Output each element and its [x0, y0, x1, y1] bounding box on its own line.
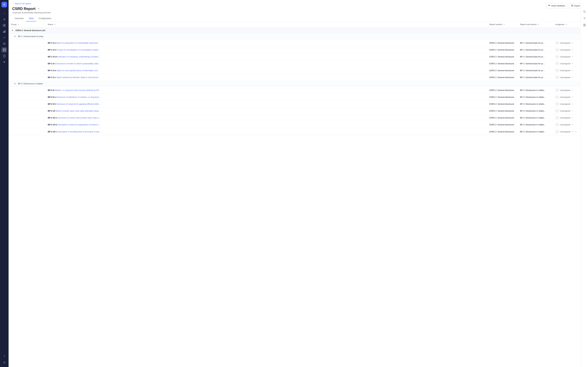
row-group-cell [8, 46, 45, 53]
row-assignee-cell: Unassigned ▾ [553, 121, 580, 128]
assignee-label: Unassigned [560, 69, 570, 72]
tabs: Overview Table Configuration [12, 16, 584, 21]
row-name-link[interactable]: Scope of consolidation of consolidated s… [58, 49, 100, 51]
row-assignee-cell: Unassigned ▾ [553, 40, 580, 46]
row-name-link[interactable]: Option allowed by Member State to omit d… [56, 76, 100, 78]
tab-table[interactable]: Table [26, 16, 36, 21]
table-row: BP-1 5 e Option allowed by Member State … [8, 74, 580, 81]
assignee-label: Unassigned [560, 110, 570, 112]
row-name-link[interactable]: Basis for preparation of sustainability … [56, 42, 98, 44]
sidebar-item-linechart[interactable] [1, 35, 7, 40]
assignee-dropdown-icon[interactable]: ▾ [572, 69, 573, 71]
app-logo[interactable]: G [1, 2, 7, 7]
col-header-section[interactable]: Report section ⇅ [487, 21, 518, 27]
assignee-dropdown-icon[interactable]: ▾ [572, 49, 573, 51]
row-name-link[interactable]: Medium- or long-term time horizons defin… [55, 89, 101, 91]
table-row: BP-1 5 c Disclosure of extent to which s… [8, 60, 580, 67]
row-section-cell: ESRS 2: General disclosure [487, 108, 518, 114]
row-group-cell [8, 60, 45, 67]
col-header-assignees[interactable]: Assignees ⇅ [553, 21, 580, 27]
row-name-link[interactable]: Option to omit specific piece of informa… [56, 69, 99, 72]
share-feedback-button[interactable]: Share feedback [546, 3, 567, 8]
svg-rect-4 [3, 31, 4, 33]
svg-marker-7 [3, 42, 6, 44]
tab-overview[interactable]: Overview [12, 16, 26, 21]
assignee-label: Unassigned [560, 49, 570, 51]
assignee-container: Unassigned ▾ [555, 130, 573, 133]
row-name-link[interactable]: Description of basis for preparation of … [58, 124, 100, 126]
row-section-cell: ESRS 2: General disclosure [487, 114, 518, 121]
row-name-link[interactable]: Metrics include value chain data estimat… [56, 110, 101, 112]
row-code: BP-1 5 c [48, 62, 56, 65]
sidebar: G ⌂ ⊞ [0, 0, 8, 367]
row-code: BP-2 9 a [48, 96, 56, 98]
assignee-avatar [555, 102, 559, 106]
row-more-button[interactable]: ⋯ [573, 130, 578, 133]
row-name-link[interactable]: Disclosure of definitions of medium- or … [56, 96, 101, 98]
col-header-group[interactable]: Group ⇅ [8, 21, 45, 27]
sidebar-item-settings[interactable]: ⚙ [1, 360, 7, 365]
assignee-dropdown-icon[interactable]: ▾ [572, 131, 573, 133]
assignee-container: Unassigned ▾ [555, 75, 578, 79]
assignee-container: Unassigned ▾ [555, 48, 578, 51]
assignee-dropdown-icon[interactable]: ▾ [572, 56, 573, 58]
row-assignee-cell: Unassigned ▾ [553, 94, 580, 100]
subgroup-expand-button[interactable]: ▼ [14, 82, 17, 85]
row-code: BP-2 10 b [48, 124, 58, 126]
back-link[interactable]: ← Back to all reports [12, 2, 584, 5]
row-subsection-cell: BP-2: Disclosures in relatio... [518, 114, 553, 121]
search-button[interactable] [582, 9, 587, 14]
sidebar-item-help[interactable]: ? [1, 354, 7, 359]
assignee-avatar [555, 41, 559, 45]
sidebar-item-reports[interactable] [1, 53, 7, 59]
sort-icon-assignees: ⇅ [566, 24, 567, 25]
group-expand-button[interactable]: ▼ [11, 29, 14, 32]
subgroup-cell: ▼ BP-1: General basis for prep [8, 33, 580, 40]
row-name-link[interactable]: Disclosure of metrics that include value… [57, 117, 101, 119]
assignee-dropdown-icon[interactable]: ▾ [572, 63, 573, 65]
row-subsection-cell: BP-1: General basis for pr... [518, 60, 553, 67]
assignee-avatar [555, 55, 559, 58]
sidebar-item-grid[interactable]: ⊞ [1, 17, 7, 22]
assignee-dropdown-icon[interactable]: ▾ [572, 103, 573, 105]
assignee-dropdown-icon[interactable]: ▾ [572, 42, 573, 44]
sidebar-item-flag[interactable]: ⚑ [1, 59, 7, 65]
subgroup-cell: ▼ BP-2: Disclosures in relation [8, 81, 580, 87]
filter-button[interactable] [582, 16, 587, 21]
sidebar-item-layers[interactable] [1, 41, 7, 47]
row-name-link[interactable]: Disclosure of reasons for applying diffe… [56, 103, 101, 105]
svg-point-18 [557, 49, 557, 50]
row-name-link[interactable]: Indication of subsidiary undertakings in… [58, 56, 100, 58]
data-table: Group ⇅ Name ⇅ Report section ⇅ Report s… [8, 21, 580, 135]
assignee-container: Unassigned ▾ [555, 116, 578, 119]
sidebar-item-analytics[interactable] [1, 47, 7, 53]
back-link-label: Back to all reports [15, 2, 31, 5]
subgroup-expand-button[interactable]: ▼ [14, 35, 17, 38]
sidebar-item-table[interactable] [1, 23, 7, 28]
assignee-dropdown-icon[interactable]: ▾ [572, 117, 573, 119]
assignee-avatar [555, 130, 559, 133]
row-section-cell: ESRS 2: General disclosure [487, 53, 518, 60]
col-header-name[interactable]: Name ⇅ [45, 21, 487, 27]
col-header-subsection[interactable]: Report sub-section ⇅ [518, 21, 553, 27]
assignee-avatar [555, 88, 559, 92]
assignee-dropdown-icon[interactable]: ▾ [572, 124, 573, 126]
assignee-dropdown-icon[interactable]: ▾ [572, 76, 573, 78]
row-assignee-cell: Unassigned ▾ [553, 100, 580, 108]
assignee-container: Unassigned ▾ [555, 123, 578, 126]
row-name-link[interactable]: Disclosure of extent to which sustainabi… [56, 62, 100, 65]
assignee-dropdown-icon[interactable]: ▾ [572, 110, 573, 112]
tab-configuration[interactable]: Configuration [36, 16, 54, 21]
row-section-cell: ESRS 2: General disclosure [487, 74, 518, 81]
sidebar-item-home[interactable]: ⌂ [1, 10, 7, 16]
edit-title-button[interactable]: ✎ [37, 7, 40, 11]
table-container[interactable]: Group ⇅ Name ⇅ Report section ⇅ Report s… [8, 21, 588, 367]
columns-button[interactable] [582, 23, 587, 27]
assignee-dropdown-icon[interactable]: ▾ [572, 89, 573, 91]
table-row: BP-1 5 d Option to omit specific piece o… [8, 67, 580, 74]
assignee-dropdown-icon[interactable]: ▾ [572, 96, 573, 98]
row-subsection-cell: BP-2: Disclosures in relatio... [518, 94, 553, 100]
sidebar-item-barchart[interactable] [1, 29, 7, 34]
row-assignee-cell: Unassigned ▾ [553, 74, 580, 81]
row-name-link[interactable]: Description of resulting level of accura… [57, 131, 101, 133]
